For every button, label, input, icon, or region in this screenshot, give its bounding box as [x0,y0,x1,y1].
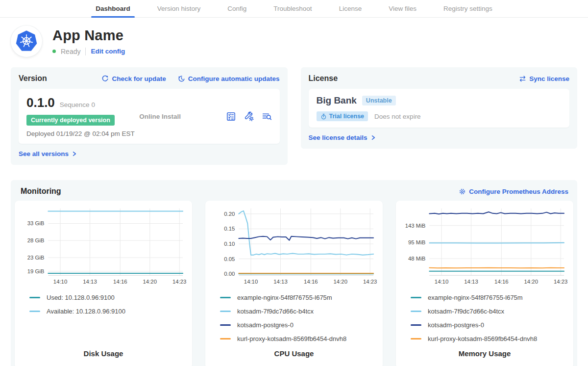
svg-text:14:13: 14:13 [83,279,97,285]
legend-swatch [220,324,231,326]
monitoring-title: Monitoring [21,187,61,196]
customer-name: Big Bank [317,95,357,106]
version-number: 0.1.0 [26,95,55,110]
legend-swatch [411,311,421,312]
ready-status-dot [52,50,56,53]
tab-dashboard[interactable]: Dashboard [96,0,130,17]
legend-item: example-nginx-54f8f76755-l675m [220,293,378,302]
check-for-update-button[interactable]: Check for update [101,75,166,82]
disk-usage-title: Disk Usage [15,349,192,366]
stopwatch-icon [320,113,327,120]
legend-label: example-nginx-54f8f76755-l675m [428,294,523,301]
version-panel: Version Check for update [11,67,288,165]
legend-swatch [220,311,231,312]
memory-usage-legend: example-nginx-54f8f76755-l675m kotsadm-7… [396,286,573,343]
legend-label: kotsadm-postgres-0 [428,321,484,329]
memory-usage-card: 14:1014:1314:1614:2014:23143 MiB95 MiB48… [396,201,573,366]
license-expiry-text: Does not expire [374,113,421,120]
tab-view-files[interactable]: View files [389,0,416,17]
install-type-label: Online Install [139,113,225,120]
current-version-card: 0.1.0 Sequence 0 Currently deployed vers… [19,89,280,144]
see-license-details-label: See license details [309,134,368,141]
deployed-timestamp: Deployed 01/19/22 @ 02:04 pm EST [26,130,139,137]
app-status-text: Ready [61,48,80,55]
tab-license[interactable]: License [339,0,362,17]
legend-item: kurl-proxy-kotsadm-8569fb6454-dnvh8 [411,334,568,343]
refresh-icon [101,75,109,82]
svg-text:14:10: 14:10 [53,279,67,285]
svg-text:0.05: 0.05 [224,256,235,262]
svg-text:48 MiB: 48 MiB [408,256,425,261]
gear-icon [459,188,466,195]
disk-usage-chart: 14:1014:1314:1614:2014:2333 GiB28 GiB23 … [15,203,192,286]
legend-swatch [411,297,421,298]
cpu-usage-card: 14:1014:1314:1614:2014:230.200.150.100.0… [205,201,383,366]
license-panel-title: License [309,74,338,83]
svg-text:19 GiB: 19 GiB [27,268,45,274]
check-for-update-label: Check for update [112,75,166,82]
legend-label: kotsadm-7f9dc7d66c-b4tcx [237,308,314,315]
license-details-card: Big Bank Unstable Trial license Does not… [309,89,570,128]
svg-text:14:16: 14:16 [113,279,127,285]
view-diff-button[interactable] [262,111,272,122]
svg-text:0.20: 0.20 [224,211,235,217]
wrench-gear-icon [244,111,254,122]
svg-text:14:10: 14:10 [244,279,258,285]
sync-icon [519,75,526,82]
legend-label: Used: 10.128.0.96:9100 [47,294,115,301]
sync-license-label: Sync license [529,75,569,82]
disk-usage-card: 14:1014:1314:1614:2014:2333 GiB28 GiB23 … [15,201,192,366]
divider [85,48,86,55]
configure-prometheus-label: Configure Prometheus Address [469,188,568,195]
svg-text:14:23: 14:23 [554,279,567,285]
channel-badge: Unstable [362,96,396,105]
legend-item: kurl-proxy-kotsadm-8569fb6454-dnvh8 [220,334,378,343]
legend-swatch [29,297,40,298]
edit-config-link[interactable]: Edit config [91,48,125,55]
license-panel: License Sync license Big Bank Unstable [301,67,578,149]
svg-text:143 MiB: 143 MiB [405,223,426,229]
tab-registry-settings[interactable]: Registry settings [443,0,492,17]
cpu-usage-title: CPU Usage [205,349,383,366]
legend-item: kotsadm-postgres-0 [411,320,568,329]
tab-troubleshoot[interactable]: Troubleshoot [273,0,312,17]
legend-swatch [411,324,421,326]
legend-label: example-nginx-54f8f76755-l675m [237,294,332,301]
disk-usage-legend: Used: 10.128.0.96:9100 Available: 10.128… [15,286,192,315]
legend-label: Available: 10.128.0.96:9100 [47,308,125,315]
legend-item: example-nginx-54f8f76755-l675m [411,293,568,302]
preflight-checks-button[interactable] [226,111,236,122]
legend-swatch [220,338,231,340]
svg-text:23 GiB: 23 GiB [27,255,45,261]
legend-swatch [411,338,421,340]
memory-usage-title: Memory Usage [396,349,573,366]
configure-prometheus-button[interactable]: Configure Prometheus Address [459,188,568,195]
file-search-icon [262,111,272,122]
svg-text:14:13: 14:13 [273,279,287,285]
svg-text:0.00: 0.00 [224,271,235,277]
svg-text:14:20: 14:20 [143,279,157,285]
app-header: App Name Ready Edit config [11,26,577,57]
see-license-details-link[interactable]: See license details [309,134,376,141]
tab-version-history[interactable]: Version history [157,0,201,17]
legend-label: kotsadm-7f9dc7d66c-b4tcx [428,308,504,315]
tab-config[interactable]: Config [227,0,246,17]
legend-label: kurl-proxy-kotsadm-8569fb6454-dnvh8 [237,335,346,342]
kubernetes-icon [15,30,38,52]
edit-config-gear-button[interactable] [244,111,254,122]
configure-automatic-updates-button[interactable]: Configure automatic updates [178,75,280,82]
sequence-label: Sequence 0 [60,101,95,108]
page-title: App Name [52,27,125,44]
svg-text:14:20: 14:20 [524,279,538,285]
svg-text:14:13: 14:13 [464,279,478,285]
clock-refresh-icon [178,75,185,82]
legend-item: Used: 10.128.0.96:9100 [29,293,187,302]
app-logo [11,26,42,57]
cpu-usage-chart: 14:1014:1314:1614:2014:230.200.150.100.0… [205,203,383,286]
svg-text:14:23: 14:23 [363,279,377,285]
chevron-right-icon [72,151,77,157]
svg-text:95 MiB: 95 MiB [408,239,425,245]
sync-license-button[interactable]: Sync license [519,75,569,82]
chevron-right-icon [370,135,376,140]
see-all-versions-link[interactable]: See all versions [19,150,77,157]
